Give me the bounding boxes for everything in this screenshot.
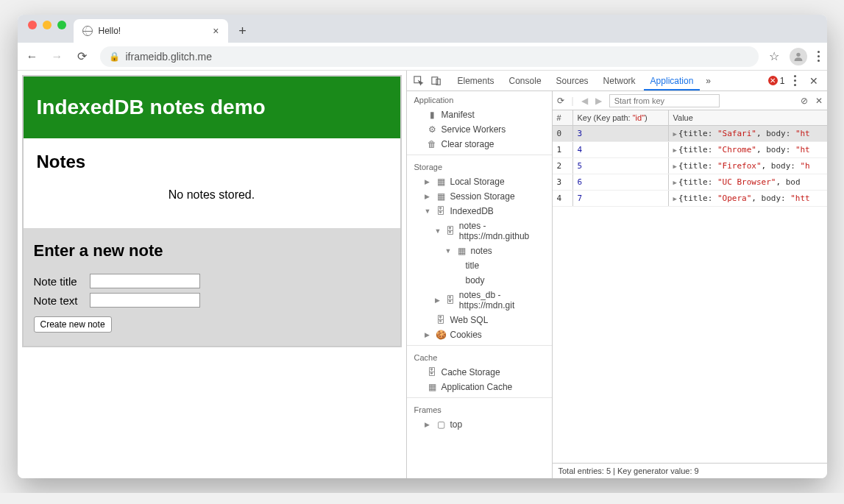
sidebar-item-manifest[interactable]: ▮Manifest xyxy=(407,107,552,122)
manifest-icon: ▮ xyxy=(428,110,437,120)
tab-elements[interactable]: Elements xyxy=(451,71,501,90)
sidebar-item-cookies[interactable]: ▶🍪Cookies xyxy=(407,327,552,342)
data-toolbar: ⟳ | ◀ ▶ ⊘ ✕ xyxy=(553,91,827,110)
prev-page-button[interactable]: ◀ xyxy=(581,96,588,106)
sidebar-item-cache-storage[interactable]: 🗄Cache Storage xyxy=(407,365,552,380)
sidebar-item-local-storage[interactable]: ▶▦Local Storage xyxy=(407,174,552,189)
sidebar-item-title-index[interactable]: title xyxy=(407,258,552,273)
next-page-button[interactable]: ▶ xyxy=(595,96,602,106)
bookmark-button[interactable]: ☆ xyxy=(769,49,779,63)
sidebar-item-notes-store[interactable]: ▼▦notes xyxy=(407,244,552,258)
globe-icon xyxy=(82,26,93,36)
storage-icon: ▦ xyxy=(436,177,446,187)
trash-icon: 🗑 xyxy=(428,139,437,149)
error-indicator[interactable]: ✕ 1 xyxy=(768,76,785,86)
svg-point-0 xyxy=(796,52,800,56)
refresh-button[interactable]: ⟳ xyxy=(557,96,564,106)
window-close-button[interactable] xyxy=(28,21,37,29)
browser-tab[interactable]: Hello! × xyxy=(74,19,228,43)
cookie-icon: 🍪 xyxy=(436,330,446,340)
back-button[interactable]: ← xyxy=(25,50,40,63)
devtools-menu-button[interactable] xyxy=(794,75,796,86)
tab-bar: Hello! × + xyxy=(18,15,827,43)
devtools-tabs: Elements Console Sources Network Applica… xyxy=(451,71,701,90)
database-icon: 🗄 xyxy=(446,295,455,305)
devtools-close-button[interactable]: ✕ xyxy=(805,75,823,87)
forward-button[interactable]: → xyxy=(50,50,65,63)
database-icon: 🗄 xyxy=(436,206,446,216)
table-row[interactable]: 47▶{title: "Opera", body: "htt xyxy=(553,191,827,207)
sidebar-item-notes-db2[interactable]: ▶🗄notes_db - https://mdn.git xyxy=(407,288,552,313)
sidebar-item-session-storage[interactable]: ▶▦Session Storage xyxy=(407,189,552,204)
table-row[interactable]: 36▶{title: "UC Browser", bod xyxy=(553,174,827,191)
create-note-button[interactable]: Create new note xyxy=(34,316,112,333)
clear-button[interactable]: ⊘ xyxy=(801,96,808,106)
tab-close-button[interactable]: × xyxy=(213,25,219,37)
sidebar-item-frame-top[interactable]: ▶▢top xyxy=(407,417,552,432)
inspect-icon[interactable] xyxy=(411,74,426,88)
sidebar-item-notes-db[interactable]: ▼🗄notes - https://mdn.github xyxy=(407,219,552,244)
sidebar-item-indexeddb[interactable]: ▼🗄IndexedDB xyxy=(407,204,552,219)
data-table: # Key (Key path: "id") Value 03▶{title: … xyxy=(553,110,827,463)
url-text: iframeidb.glitch.me xyxy=(126,51,213,63)
sidebar-item-app-cache[interactable]: ▦Application Cache xyxy=(407,380,552,394)
error-icon: ✕ xyxy=(768,76,778,85)
expand-icon: ▶ xyxy=(425,193,432,200)
browser-menu-button[interactable] xyxy=(818,51,820,62)
sidebar-item-body-index[interactable]: body xyxy=(407,273,552,288)
tab-network[interactable]: Network xyxy=(597,71,642,90)
collapse-icon: ▼ xyxy=(445,247,453,255)
sidebar-group-storage: Storage xyxy=(407,158,552,174)
delete-button[interactable]: ✕ xyxy=(815,96,823,106)
sidebar-item-clear-storage[interactable]: 🗑Clear storage xyxy=(407,137,552,152)
profile-button[interactable] xyxy=(790,48,807,65)
tab-application[interactable]: Application xyxy=(644,71,701,90)
table-row[interactable]: 14▶{title: "Chrome", body: "ht xyxy=(553,142,827,158)
error-count: 1 xyxy=(780,76,785,86)
gear-icon: ⚙ xyxy=(428,124,437,135)
note-title-label: Note title xyxy=(34,275,85,288)
database-icon: 🗄 xyxy=(446,226,455,236)
indexeddb-data-pane: ⟳ | ◀ ▶ ⊘ ✕ # Key (Key path: "id") Va xyxy=(553,91,827,478)
url-field[interactable]: 🔒 iframeidb.glitch.me xyxy=(100,46,759,67)
window-minimize-button[interactable] xyxy=(43,21,52,29)
tab-title: Hello! xyxy=(99,26,121,36)
expand-icon: ▶ xyxy=(425,421,432,428)
table-icon: ▦ xyxy=(457,246,467,256)
table-row[interactable]: 25▶{title: "Firefox", body: "h xyxy=(553,158,827,174)
table-row[interactable]: 03▶{title: "Safari", body: "ht xyxy=(553,126,827,142)
sidebar-item-websql[interactable]: ▶🗄Web SQL xyxy=(407,313,552,327)
more-tabs-button[interactable]: » xyxy=(703,76,714,86)
start-from-key-input[interactable] xyxy=(609,94,720,107)
tab-console[interactable]: Console xyxy=(503,71,548,90)
collapse-icon: ▼ xyxy=(435,227,441,235)
sidebar-group-application: Application xyxy=(407,91,552,107)
table-header: # Key (Key path: "id") Value xyxy=(553,110,827,126)
window-maximize-button[interactable] xyxy=(57,21,66,29)
database-icon: 🗄 xyxy=(436,315,446,325)
sidebar-item-service-workers[interactable]: ⚙Service Workers xyxy=(407,122,552,137)
status-bar: Total entries: 5 | Key generator value: … xyxy=(553,463,827,478)
col-index[interactable]: # xyxy=(553,110,573,125)
reload-button[interactable]: ⟳ xyxy=(75,49,90,63)
col-key[interactable]: Key (Key path: "id") xyxy=(573,110,669,125)
form-heading: Enter a new note xyxy=(34,241,390,260)
application-sidebar: Application ▮Manifest ⚙Service Workers 🗑… xyxy=(407,91,553,478)
devtools-panel: Elements Console Sources Network Applica… xyxy=(406,71,827,478)
new-tab-button[interactable]: + xyxy=(233,21,253,41)
traffic-lights xyxy=(24,21,74,37)
storage-icon: ▦ xyxy=(428,382,437,392)
frame-icon: ▢ xyxy=(436,419,446,430)
expand-icon: ▶ xyxy=(425,178,432,185)
note-text-input[interactable] xyxy=(90,293,200,308)
lock-icon: 🔒 xyxy=(109,52,120,62)
collapse-icon: ▼ xyxy=(425,207,432,215)
device-toggle-icon[interactable] xyxy=(429,74,444,88)
note-title-input[interactable] xyxy=(90,274,200,288)
expand-icon: ▶ xyxy=(435,297,441,304)
content-area: IndexedDB notes demo Notes No notes stor… xyxy=(18,71,827,478)
tab-sources[interactable]: Sources xyxy=(550,71,595,90)
col-value[interactable]: Value xyxy=(669,110,827,125)
storage-icon: ▦ xyxy=(436,191,446,202)
no-notes-text: No notes stored. xyxy=(37,184,387,215)
